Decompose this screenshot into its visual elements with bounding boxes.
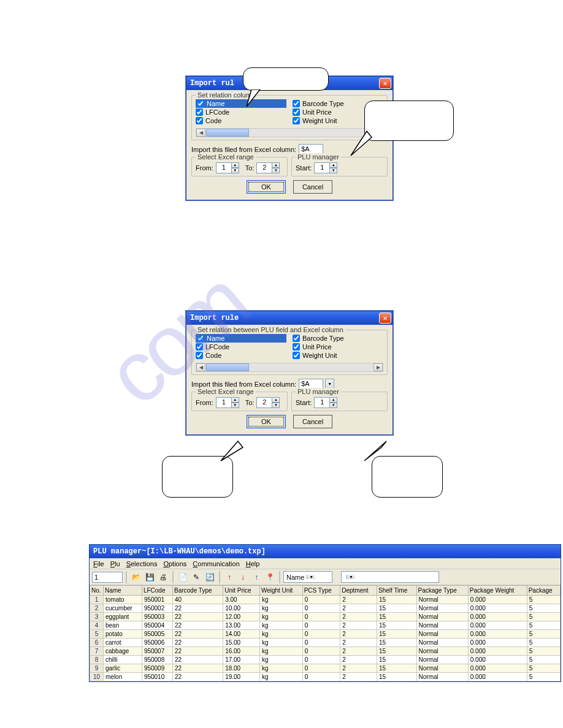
to-input[interactable]: 2: [256, 397, 272, 408]
scroll-left-icon[interactable]: ◀: [196, 363, 205, 371]
checkbox[interactable]: [196, 343, 203, 351]
table-cell[interactable]: 10: [90, 673, 104, 681]
table-row[interactable]: 4bean9500042213.00kg0215Normal0.0005: [90, 621, 561, 630]
dropdown-icon[interactable]: ▼: [347, 575, 355, 579]
table-cell[interactable]: 22: [172, 647, 223, 656]
table-cell[interactable]: 0.000: [468, 656, 527, 664]
field-unit-price[interactable]: Unit Price: [293, 343, 383, 351]
from-input[interactable]: 1: [216, 397, 232, 408]
table-cell[interactable]: 12.00: [223, 613, 260, 621]
arrow-down-icon[interactable]: ↓: [237, 571, 249, 583]
table-cell[interactable]: 15: [377, 647, 416, 656]
field-lfcode[interactable]: LFCode: [196, 108, 286, 116]
table-row[interactable]: 6carrot9500062215.00kg0215Normal0.0005: [90, 639, 561, 647]
table-cell[interactable]: 0: [302, 630, 340, 639]
table-row[interactable]: 10melon9500102219.00kg0215Normal0.0005: [90, 673, 561, 681]
table-cell[interactable]: kg: [259, 639, 302, 647]
spin-down-icon[interactable]: ▼: [272, 403, 280, 408]
table-cell[interactable]: 2: [90, 604, 104, 613]
table-cell[interactable]: 2: [340, 604, 377, 613]
spin-down-icon[interactable]: ▼: [329, 403, 337, 408]
table-cell[interactable]: 0.000: [468, 604, 527, 613]
start-spinner[interactable]: 1▲▼: [314, 397, 337, 408]
scroll-right-icon[interactable]: ▶: [373, 363, 383, 371]
table-cell[interactable]: 2: [340, 613, 377, 621]
table-cell[interactable]: 5: [90, 630, 104, 639]
menu-item[interactable]: Help: [246, 560, 260, 567]
table-cell[interactable]: 0.000: [468, 630, 527, 639]
cancel-button[interactable]: Cancel: [293, 415, 332, 428]
table-cell[interactable]: 2: [340, 656, 377, 664]
table-cell[interactable]: 0: [302, 673, 340, 681]
table-cell[interactable]: 17.00: [223, 656, 260, 664]
table-cell[interactable]: 4: [90, 621, 104, 630]
table-cell[interactable]: Normal: [416, 647, 468, 656]
field-code[interactable]: Code: [196, 351, 286, 360]
table-cell[interactable]: garlic: [104, 664, 142, 673]
cancel-button[interactable]: Cancel: [293, 180, 332, 194]
table-cell[interactable]: 22: [172, 673, 223, 681]
checkbox[interactable]: [197, 100, 204, 107]
table-cell[interactable]: kg: [259, 596, 302, 604]
table-cell[interactable]: 15: [377, 604, 416, 613]
refresh-icon[interactable]: 🔄: [204, 571, 216, 583]
spin-down-icon[interactable]: ▼: [231, 403, 239, 408]
table-cell[interactable]: 5: [527, 596, 560, 604]
to-spinner[interactable]: 2▲▼: [256, 162, 280, 173]
table-cell[interactable]: 15: [377, 673, 416, 681]
column-header[interactable]: Unit Price: [223, 586, 260, 596]
table-cell[interactable]: 22: [172, 621, 223, 630]
table-cell[interactable]: Normal: [416, 604, 468, 613]
table-cell[interactable]: 15: [377, 613, 416, 621]
edit-icon[interactable]: ✎: [190, 571, 202, 583]
field-barcode-type[interactable]: Barcode Type: [293, 334, 383, 343]
table-cell[interactable]: 5: [527, 656, 560, 664]
checkbox[interactable]: [196, 108, 203, 116]
spin-down-icon[interactable]: ▼: [231, 168, 239, 173]
table-cell[interactable]: 22: [172, 630, 223, 639]
menu-item[interactable]: File: [93, 560, 104, 567]
checkbox[interactable]: [196, 352, 203, 359]
menu-item[interactable]: Communication: [193, 560, 239, 567]
column-header[interactable]: Shelf Time: [377, 586, 416, 596]
table-cell[interactable]: 0: [302, 639, 340, 647]
scroll-left-icon[interactable]: ◀: [196, 129, 205, 137]
table-cell[interactable]: 10.00: [223, 604, 260, 613]
table-cell[interactable]: 950003: [142, 613, 172, 621]
column-header[interactable]: LFCode: [142, 586, 172, 596]
table-cell[interactable]: 22: [172, 639, 223, 647]
checkbox[interactable]: [293, 117, 300, 124]
column-header[interactable]: Weight Unit: [259, 586, 302, 596]
start-input[interactable]: 1: [314, 162, 330, 173]
table-cell[interactable]: kg: [259, 613, 302, 621]
table-cell[interactable]: Normal: [416, 621, 468, 630]
menu-item[interactable]: Selections: [126, 560, 158, 567]
filter-dropdown[interactable]: ▼: [341, 571, 439, 583]
checkbox[interactable]: [293, 335, 300, 342]
start-input[interactable]: 1: [314, 397, 330, 408]
table-cell[interactable]: Normal: [416, 630, 468, 639]
table-cell[interactable]: kg: [259, 647, 302, 656]
table-cell[interactable]: eggplant: [104, 613, 142, 621]
spin-up-icon[interactable]: ▲: [272, 162, 280, 168]
table-cell[interactable]: 0.000: [468, 647, 527, 656]
table-cell[interactable]: Normal: [416, 596, 468, 604]
table-cell[interactable]: 15: [377, 621, 416, 630]
table-cell[interactable]: 0.000: [468, 621, 527, 630]
copy-icon[interactable]: 📄: [177, 571, 189, 583]
table-row[interactable]: 2cucumber9500022210.00kg0215Normal0.0005: [90, 604, 561, 613]
save-icon[interactable]: 💾: [144, 571, 156, 583]
table-cell[interactable]: potato: [104, 630, 142, 639]
table-cell[interactable]: 950008: [142, 656, 172, 664]
ok-button[interactable]: OK: [247, 415, 286, 428]
table-cell[interactable]: 15: [377, 639, 416, 647]
table-cell[interactable]: 0.000: [468, 596, 527, 604]
from-spinner[interactable]: 1▲▼: [216, 162, 239, 173]
table-cell[interactable]: 0.000: [468, 639, 527, 647]
table-cell[interactable]: 0.000: [468, 664, 527, 673]
table-cell[interactable]: 5: [527, 613, 560, 621]
table-cell[interactable]: 950001: [142, 596, 172, 604]
scroll-thumb[interactable]: [206, 363, 249, 371]
table-cell[interactable]: 2: [340, 621, 377, 630]
scroll-thumb[interactable]: [206, 129, 249, 137]
